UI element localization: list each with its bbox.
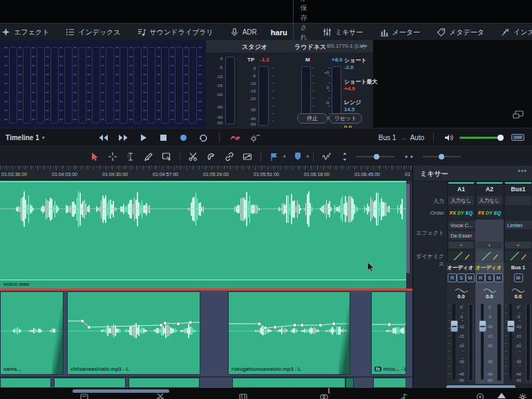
vertical-zoom-icon[interactable] xyxy=(340,152,346,162)
automation-point[interactable] xyxy=(264,326,267,329)
audio-clip[interactable]: fxmizu... - L xyxy=(371,291,406,375)
channel-header[interactable]: Bus1 xyxy=(504,186,532,193)
automation-toggle-icon[interactable] xyxy=(230,133,240,142)
fade-out-handle[interactable] xyxy=(52,292,63,374)
channel-m-button[interactable]: M xyxy=(466,273,475,282)
panel-expand-arrow-icon[interactable] xyxy=(497,393,506,398)
pan-curve-icon[interactable] xyxy=(483,284,497,291)
add-effect-button[interactable]: + xyxy=(477,242,502,249)
monitor-mode-label[interactable]: Auto xyxy=(410,134,424,142)
dynamics-graph[interactable] xyxy=(448,251,474,261)
flag-keyframe-box-icon[interactable] xyxy=(243,152,252,162)
channel-m-button[interactable]: M xyxy=(494,273,503,282)
fader-knob[interactable] xyxy=(479,320,486,332)
gear-icon[interactable] xyxy=(518,392,527,399)
automation-point[interactable] xyxy=(274,325,277,329)
channel-strip-name[interactable]: オーディオ 1 xyxy=(447,264,475,271)
channel-strip-name[interactable]: Bus 1 xyxy=(504,264,532,271)
channel-s-button[interactable]: S xyxy=(485,273,494,282)
audio-clip[interactable]: sama... xyxy=(0,291,64,375)
record-button[interactable] xyxy=(178,133,189,142)
dynamics-graph[interactable] xyxy=(477,251,502,261)
volume-slider-knob[interactable] xyxy=(497,135,504,141)
adr-button[interactable]: ADR xyxy=(222,23,265,41)
audio-clip-partial[interactable] xyxy=(232,378,345,388)
channel-strip-name[interactable]: オーディオ 2 xyxy=(475,264,504,271)
reset-button[interactable]: リセット xyxy=(329,113,362,124)
snap-magnet-icon[interactable] xyxy=(207,152,216,162)
cut-page-icon[interactable] xyxy=(155,392,165,399)
automation-point[interactable] xyxy=(160,323,163,327)
audio-clip-partial[interactable] xyxy=(345,378,354,388)
audio-clip[interactable]: rokugatsunoamaoto.mp3 - L xyxy=(228,291,350,375)
audio-clip[interactable]: chiisanaashiato.mp3 - L xyxy=(67,291,200,375)
fade-out-handle[interactable] xyxy=(339,292,350,374)
loop-button[interactable] xyxy=(198,133,209,142)
stop-button[interactable]: 停止 xyxy=(297,113,327,124)
dim-button[interactable]: DIM xyxy=(511,134,524,141)
color-page-icon[interactable] xyxy=(475,392,485,399)
timeline-selector[interactable]: Timeline 1 ▾ xyxy=(0,134,45,142)
rewind-button[interactable] xyxy=(98,133,108,142)
automation-point[interactable] xyxy=(332,322,336,325)
vertical-zoom-slider[interactable] xyxy=(356,156,395,157)
pan-curve-icon[interactable] xyxy=(511,284,525,291)
pan-curve-icon[interactable] xyxy=(455,284,468,291)
channel-m-button[interactable]: M xyxy=(514,273,523,282)
audio-clip-partial[interactable] xyxy=(373,378,406,388)
edit-page-icon[interactable] xyxy=(238,392,248,399)
monitor-volume-slider[interactable] xyxy=(459,137,502,139)
channel-s-button[interactable]: S xyxy=(457,273,466,282)
fader-knob[interactable] xyxy=(450,320,458,332)
audio-clip-partial[interactable] xyxy=(0,378,51,388)
zoom-select-tool-icon[interactable] xyxy=(162,152,171,162)
effect-slot[interactable]: De-Esser xyxy=(448,231,476,240)
fader-knob[interactable] xyxy=(507,320,515,332)
timeline-vertical-scrollbar[interactable] xyxy=(406,184,410,273)
timeline-ruler[interactable]: 01:03:36:0001:04:03:0001:04:30:0001:04:5… xyxy=(0,166,412,181)
channel-header[interactable]: A2 xyxy=(475,186,504,193)
mixer-menu-dots[interactable]: ••• xyxy=(517,167,527,175)
speaker-icon[interactable] xyxy=(444,133,455,142)
automation-curve[interactable] xyxy=(229,292,350,375)
automation-point[interactable] xyxy=(189,320,192,324)
fairlight-page-icon[interactable] xyxy=(399,392,409,399)
effect-slot[interactable]: Vocal C... xyxy=(448,221,476,229)
flag-dropdown-chevron[interactable]: ▾ xyxy=(283,154,286,159)
automation-curve[interactable] xyxy=(372,292,406,375)
marker-dropdown-chevron[interactable]: ▾ xyxy=(307,154,310,159)
automation-point[interactable] xyxy=(293,323,296,327)
automation-point[interactable] xyxy=(258,322,261,325)
effects-button[interactable]: エフェクト xyxy=(0,23,57,41)
automation-point[interactable] xyxy=(388,322,391,326)
automation-point[interactable] xyxy=(87,325,91,329)
automation-point[interactable] xyxy=(177,322,180,325)
index-button[interactable]: インデックス xyxy=(57,23,129,41)
add-effect-button[interactable]: + xyxy=(448,242,474,249)
selection-tool-icon[interactable] xyxy=(90,152,99,162)
text-ibeam-tool-icon[interactable] xyxy=(126,152,135,162)
slider-handle[interactable] xyxy=(439,154,444,159)
marker-icon[interactable] xyxy=(293,152,303,162)
razor-tool-icon[interactable] xyxy=(189,152,198,162)
fast-forward-button[interactable] xyxy=(118,133,129,142)
sound-library-button[interactable]: サウンドライブラリ xyxy=(129,23,222,41)
channel-r-button[interactable]: R xyxy=(448,273,457,282)
stop-button-transport[interactable] xyxy=(158,133,169,142)
dual-screen-icon[interactable] xyxy=(513,109,524,117)
fader-value[interactable]: 0.0 xyxy=(475,293,504,300)
automation-settings-icon[interactable] xyxy=(250,133,260,142)
dynamics-graph[interactable] xyxy=(505,251,531,261)
horizontal-zoom-icon[interactable] xyxy=(404,152,412,162)
project-name[interactable]: haru xyxy=(265,28,293,37)
fader-track[interactable] xyxy=(509,304,512,380)
media-page-icon[interactable] xyxy=(79,392,89,399)
pencil-tool-icon[interactable] xyxy=(144,152,153,162)
metadata-button[interactable]: メタデータ xyxy=(428,23,493,41)
range-tool-icon[interactable] xyxy=(108,152,117,162)
mixer-toggle-button[interactable]: ミキサー xyxy=(314,23,372,41)
input-slot[interactable]: 入力なし xyxy=(477,196,502,205)
automation-curve[interactable] xyxy=(68,292,200,375)
inspector-button[interactable]: インスペクタ xyxy=(493,23,532,41)
plugin-order-slot[interactable]: FXDYEQ xyxy=(448,208,474,217)
